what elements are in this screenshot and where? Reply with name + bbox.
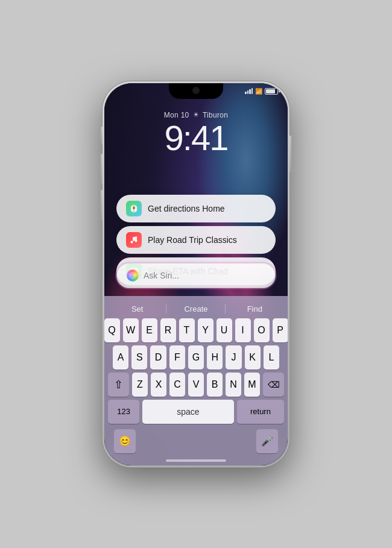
key-d[interactable]: D bbox=[150, 345, 166, 370]
mic-key[interactable]: 🎤 bbox=[256, 429, 278, 453]
key-k[interactable]: K bbox=[245, 345, 261, 370]
key-row-4: 123 space return bbox=[108, 400, 284, 424]
key-r[interactable]: R bbox=[160, 318, 176, 342]
lock-time: 9:41 bbox=[104, 121, 288, 156]
key-y[interactable]: Y bbox=[198, 318, 213, 342]
predictive-create[interactable]: Create bbox=[166, 303, 225, 315]
key-t[interactable]: T bbox=[179, 318, 195, 342]
siri-input-container[interactable]: Ask Siri... bbox=[116, 263, 276, 288]
phone-frame: 📶 Mon 10 ☀︎ Tiburon 9:41 bbox=[103, 81, 289, 467]
key-u[interactable]: U bbox=[217, 318, 232, 342]
key-a[interactable]: A bbox=[113, 345, 128, 370]
lock-info: Mon 10 ☀︎ Tiburon 9:41 bbox=[104, 111, 288, 156]
camera bbox=[192, 87, 200, 94]
key-b[interactable]: B bbox=[207, 373, 223, 397]
key-p[interactable]: P bbox=[273, 318, 288, 342]
keyboard: Set Create Find Q W E R T Y U I O P A S bbox=[104, 296, 288, 465]
svg-point-2 bbox=[135, 239, 138, 242]
predictive-row: Set Create Find bbox=[108, 301, 284, 318]
svg-point-0 bbox=[133, 207, 135, 209]
key-z[interactable]: Z bbox=[132, 373, 148, 397]
suggestion-music-text: Play Road Trip Classics bbox=[148, 235, 237, 245]
return-key[interactable]: return bbox=[237, 400, 284, 424]
mute-button[interactable] bbox=[101, 127, 103, 145]
notch bbox=[169, 83, 223, 99]
siri-placeholder-text: Ask Siri... bbox=[144, 271, 179, 280]
volume-down-button[interactable] bbox=[101, 190, 103, 220]
music-icon bbox=[126, 232, 142, 248]
svg-point-1 bbox=[131, 241, 133, 243]
delete-key[interactable]: ⌫ bbox=[263, 373, 284, 397]
key-h[interactable]: H bbox=[207, 345, 223, 370]
predictive-find[interactable]: Find bbox=[226, 303, 284, 315]
status-icons: 📶 bbox=[245, 88, 278, 95]
keyboard-bottom-bar: 😊 🎤 bbox=[108, 427, 284, 453]
key-m[interactable]: M bbox=[244, 373, 260, 397]
shift-key[interactable]: ⇧ bbox=[108, 373, 129, 397]
suggestion-music[interactable]: Play Road Trip Classics bbox=[116, 226, 276, 254]
predictive-set[interactable]: Set bbox=[108, 303, 166, 315]
key-j[interactable]: J bbox=[226, 345, 241, 370]
key-o[interactable]: O bbox=[254, 318, 270, 342]
home-indicator[interactable] bbox=[166, 459, 226, 462]
key-f[interactable]: F bbox=[169, 345, 185, 370]
suggestion-directions-text: Get directions Home bbox=[148, 204, 225, 213]
key-w[interactable]: W bbox=[123, 318, 139, 342]
numbers-key[interactable]: 123 bbox=[108, 400, 139, 424]
key-x[interactable]: X bbox=[151, 373, 166, 397]
siri-logo bbox=[127, 269, 139, 282]
emoji-key[interactable]: 😊 bbox=[114, 429, 136, 453]
key-row-3: ⇧ Z X C V B N M ⌫ bbox=[108, 373, 284, 397]
power-button[interactable] bbox=[289, 136, 291, 172]
maps-icon bbox=[126, 201, 142, 216]
key-s[interactable]: S bbox=[131, 345, 147, 370]
key-n[interactable]: N bbox=[226, 373, 241, 397]
space-key[interactable]: space bbox=[142, 400, 234, 424]
key-row-2: A S D F G H J K L bbox=[108, 345, 284, 370]
key-q[interactable]: Q bbox=[104, 318, 120, 342]
phone-screen: 📶 Mon 10 ☀︎ Tiburon 9:41 bbox=[104, 83, 288, 465]
key-c[interactable]: C bbox=[169, 373, 185, 397]
key-l[interactable]: L bbox=[264, 345, 279, 370]
key-row-1: Q W E R T Y U I O P bbox=[108, 318, 284, 342]
wifi-icon: 📶 bbox=[255, 88, 262, 95]
key-g[interactable]: G bbox=[188, 345, 204, 370]
battery-icon bbox=[265, 88, 278, 95]
key-e[interactable]: E bbox=[142, 318, 157, 342]
key-i[interactable]: I bbox=[235, 318, 251, 342]
key-v[interactable]: V bbox=[188, 373, 204, 397]
volume-up-button[interactable] bbox=[101, 154, 103, 184]
signal-icon bbox=[245, 88, 253, 94]
suggestion-directions[interactable]: Get directions Home bbox=[116, 195, 276, 222]
